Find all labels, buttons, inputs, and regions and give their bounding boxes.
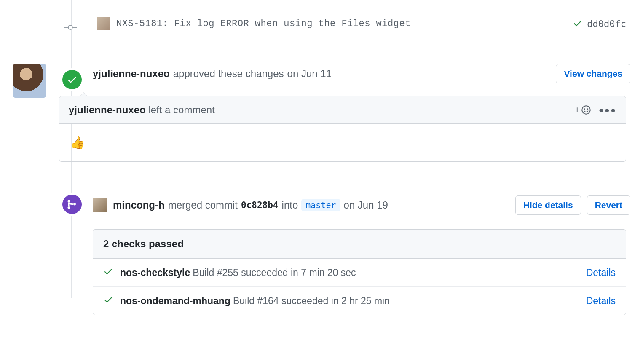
branch-badge[interactable]: master xyxy=(301,199,340,211)
check-icon xyxy=(103,294,120,307)
comment-body: 👍 xyxy=(59,124,626,161)
view-changes-button[interactable]: View changes xyxy=(556,64,630,83)
author-link[interactable]: mincong-h xyxy=(113,199,165,211)
hide-details-button[interactable]: Hide details xyxy=(515,195,581,215)
commit-message[interactable]: NXS-5181: Fix log ERROR when using the F… xyxy=(116,19,573,29)
merge-event: mincong-h merged commit 0c828b4 into mas… xyxy=(13,195,630,215)
check-desc: Build #164 succeeded in 2 hr 25 min xyxy=(233,295,390,307)
svg-point-3 xyxy=(584,108,585,110)
svg-point-1 xyxy=(68,25,72,29)
avatar[interactable] xyxy=(93,198,107,212)
checks-title: 2 checks passed xyxy=(93,230,626,259)
merged-badge-icon xyxy=(61,193,83,216)
add-reaction-button[interactable]: + xyxy=(574,104,591,116)
svg-point-4 xyxy=(587,108,588,110)
commit-marker-icon xyxy=(64,23,77,33)
author-link[interactable]: yjulienne-nuxeo xyxy=(69,104,146,116)
check-row: nos-ondemand-mhuang Build #164 succeeded… xyxy=(93,286,626,315)
approval-time[interactable]: on Jun 11 xyxy=(287,68,332,80)
check-desc: Build #255 succeeded in 7 min 20 sec xyxy=(193,267,356,278)
avatar[interactable] xyxy=(13,64,46,98)
merge-commit-sha[interactable]: 0c828b4 xyxy=(241,200,279,210)
check-name: nos-ondemand-mhuang xyxy=(120,295,230,307)
kebab-menu-icon[interactable]: ●●● xyxy=(599,105,616,115)
commit-row: NXS-5181: Fix log ERROR when using the F… xyxy=(13,0,630,43)
check-icon xyxy=(103,266,120,279)
approved-badge-icon xyxy=(61,68,83,91)
author-link[interactable]: yjulienne-nuxeo xyxy=(93,68,170,80)
avatar[interactable] xyxy=(97,17,110,30)
check-icon[interactable] xyxy=(573,18,583,29)
details-link[interactable]: Details xyxy=(586,267,616,278)
approval-event: yjulienne-nuxeo approved these changes o… xyxy=(13,64,630,83)
merge-action-text: merged commit xyxy=(168,199,238,211)
divider xyxy=(13,300,626,300)
merge-into-text: into xyxy=(282,199,298,211)
approval-action-text: approved these changes xyxy=(173,68,284,80)
revert-button[interactable]: Revert xyxy=(587,195,630,215)
check-name: nos-checkstyle xyxy=(120,267,190,278)
merge-time[interactable]: on Jun 19 xyxy=(344,199,388,211)
comment-header: yjulienne-nuxeo left a comment + ●●● xyxy=(59,96,626,124)
details-link[interactable]: Details xyxy=(586,295,616,307)
comment-action-text: left a comment xyxy=(148,104,214,116)
check-row: nos-checkstyle Build #255 succeeded in 7… xyxy=(93,259,626,286)
review-comment: yjulienne-nuxeo left a comment + ●●● 👍 xyxy=(59,96,626,162)
checks-box: 2 checks passed nos-checkstyle Build #25… xyxy=(93,229,626,315)
commit-sha[interactable]: dd0d0fc xyxy=(587,19,626,29)
